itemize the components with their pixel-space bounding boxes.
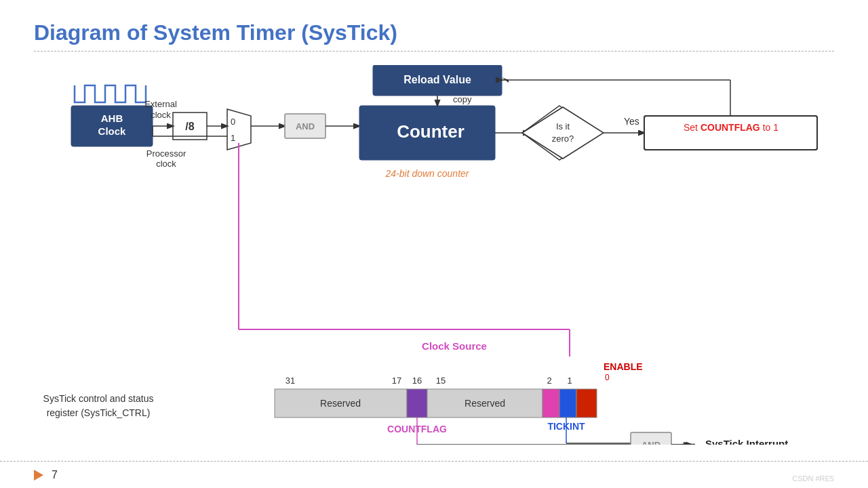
title-divider [34,51,834,52]
processor-clock-label2: clock [156,159,176,169]
processor-clock-label: Processor [146,148,186,159]
bit-2: 2 [547,375,551,386]
bit-15: 15 [436,375,446,386]
systick-interrupt-label: SysTick Interrupt [705,438,788,445]
is-zero-label1: Is it [556,121,570,131]
and-gate-label: AND [296,121,315,131]
counter-label: Counter [397,121,465,142]
counter-sublabel: 24-bit down counter [385,168,470,179]
is-zero-diamond2 [522,107,604,159]
copy-label: copy [453,94,472,104]
slide: Diagram of System Timer (SysTick) AHB Cl… [0,0,868,488]
and2-arrowhead [684,442,692,445]
play-button[interactable] [34,470,43,481]
diagram-area: AHB Clock /8 External clock 0 1 Processo… [34,65,834,445]
page-number: 7 [52,469,58,481]
systick-ctrl-label2: register (SysTick_CTRL) [47,407,151,418]
bottom-bar: 7 [0,461,868,488]
bit16-rect [407,389,427,418]
bit-16: 16 [412,375,422,386]
external-clock-label2: clock [151,110,171,120]
ahb-clock-label2: Clock [98,125,127,137]
reload-value-label: Reload Value [403,74,471,85]
tickint-label: TICKINT [547,421,585,432]
clock-source-label: Clock Source [422,340,487,352]
and2-gate-label: AND [642,440,660,445]
divider-label: /8 [185,121,194,132]
countflag-label: COUNTFLAG [387,424,447,434]
bit-red-rect [576,389,597,418]
enable-label: ENABLE [604,361,643,372]
is-zero-label2: zero? [552,134,574,144]
bit-magenta-rect [542,389,559,418]
bit-31: 31 [285,375,295,386]
yes-label: Yes [624,116,639,127]
external-clock-label: External [144,99,177,109]
set-countflag-box2 [644,116,817,150]
bit-1: 1 [567,375,572,386]
csdn-watermark: CSDN #RE5 [792,474,834,483]
set-label: Set COUNTFLAG to 1 [684,122,778,133]
systick-ctrl-label1: SysTick control and status [43,393,154,404]
mux-1-label: 1 [231,133,235,143]
diagram-svg: AHB Clock /8 External clock 0 1 Processo… [34,65,834,445]
bit-17: 17 [392,375,401,386]
mux-0-label: 0 [231,117,235,127]
reserved1-label: Reserved [320,398,361,409]
ahb-clock-label: AHB [101,113,123,124]
slide-title: Diagram of System Timer (SysTick) [34,20,834,45]
bit-blue-rect [559,389,576,418]
reserved2-label: Reserved [465,398,505,409]
clock-signal-icon [75,85,146,102]
enable-bit: 0 [605,373,610,382]
